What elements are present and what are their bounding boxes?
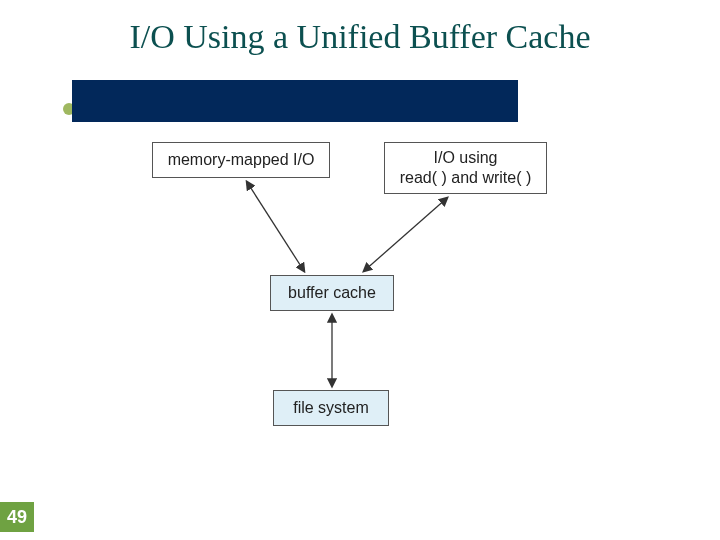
page-title: I/O Using a Unified Buffer Cache — [0, 18, 720, 56]
arrow-mmio-buffer — [247, 182, 304, 271]
slide: I/O Using a Unified Buffer Cache memory-… — [0, 0, 720, 540]
diagram-arrows — [152, 142, 552, 472]
arrow-rwio-buffer — [364, 198, 447, 271]
title-underline-bar — [72, 80, 518, 122]
page-number: 49 — [0, 502, 34, 532]
diagram: memory-mapped I/O I/O using read( ) and … — [152, 142, 552, 472]
